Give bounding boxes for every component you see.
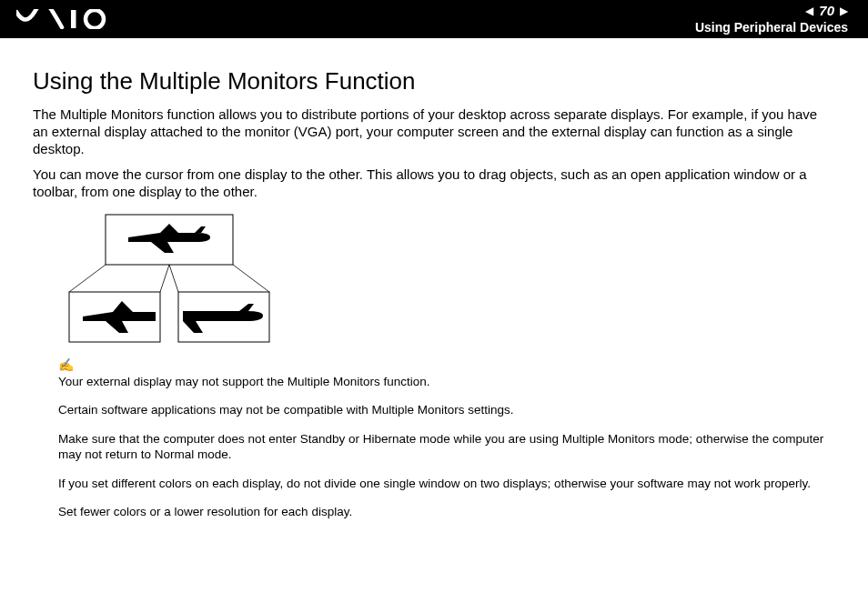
section-title: Using Peripheral Devices: [695, 21, 848, 35]
page-heading: Using the Multiple Monitors Function: [33, 67, 835, 95]
svg-point-1: [86, 10, 104, 28]
page-nav: ◀ 70 ▶ Using Peripheral Devices: [695, 4, 848, 35]
svg-line-3: [69, 265, 106, 292]
page-number: 70: [817, 4, 836, 19]
page-header: ◀ 70 ▶ Using Peripheral Devices: [0, 0, 868, 38]
vaio-logo: [16, 9, 116, 29]
svg-line-5: [169, 265, 178, 292]
svg-rect-0: [71, 10, 76, 28]
note-5: Set fewer colors or a lower resolution f…: [58, 504, 835, 520]
note-icon: ✍: [58, 357, 835, 372]
note-1: Your external display may not support th…: [58, 374, 835, 390]
next-page-arrow[interactable]: ▶: [840, 5, 848, 17]
paragraph-1: The Multiple Monitors function allows yo…: [33, 106, 835, 157]
page-content: Using the Multiple Monitors Function The…: [0, 38, 868, 520]
svg-line-6: [233, 265, 269, 292]
paragraph-2: You can move the cursor from one display…: [33, 166, 835, 201]
note-3: Make sure that the computer does not ent…: [58, 431, 835, 463]
prev-page-arrow[interactable]: ◀: [805, 5, 813, 17]
note-2: Certain software applications may not be…: [58, 402, 835, 418]
svg-line-4: [160, 265, 169, 292]
note-4: If you set different colors on each disp…: [58, 476, 835, 492]
multiple-monitors-diagram: [60, 210, 835, 350]
